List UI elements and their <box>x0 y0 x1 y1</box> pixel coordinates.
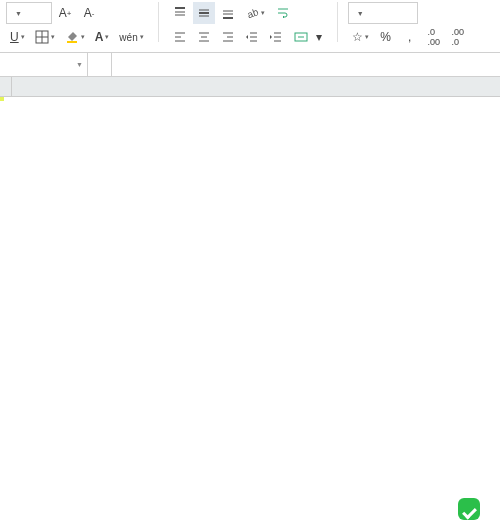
paint-bucket-icon <box>65 30 79 44</box>
svg-rect-3 <box>67 41 77 43</box>
active-cell-outline <box>0 97 4 101</box>
increase-indent-button[interactable] <box>265 26 287 48</box>
ribbon-group-number: ▼ ☆▾ % , .0.00 .00.0 <box>342 2 475 52</box>
increase-decimal-button[interactable]: .0.00 <box>423 26 445 48</box>
check-badge-icon <box>458 498 480 520</box>
align-right-button[interactable] <box>217 26 239 48</box>
ribbon: ▼ A+ A- U▾ ▾ ▾ A <box>0 0 500 53</box>
wrap-text-button[interactable] <box>271 2 299 24</box>
formula-bar: ▼ <box>0 53 500 77</box>
font-size-combo[interactable]: ▼ <box>6 2 52 24</box>
separator <box>158 2 159 42</box>
fx-button[interactable] <box>88 53 112 76</box>
svg-text:ab: ab <box>245 6 258 20</box>
currency-button[interactable]: ☆▾ <box>348 26 373 48</box>
orientation-button[interactable]: ab▾ <box>241 2 269 24</box>
decrease-decimal-button[interactable]: .00.0 <box>447 26 469 48</box>
watermark <box>450 494 494 524</box>
name-box[interactable]: ▼ <box>0 53 88 76</box>
comma-button[interactable]: , <box>399 26 421 48</box>
phonetic-button[interactable]: wén▾ <box>115 26 147 48</box>
align-top-button[interactable] <box>169 2 191 24</box>
align-bottom-button[interactable] <box>217 2 239 24</box>
align-left-button[interactable] <box>169 26 191 48</box>
ribbon-group-alignment: ab▾ ▾ <box>163 2 333 52</box>
decrease-font-button[interactable]: A- <box>78 2 100 24</box>
select-all-corner[interactable] <box>0 77 12 96</box>
chevron-down-icon: ▾ <box>316 30 322 44</box>
decrease-indent-button[interactable] <box>241 26 263 48</box>
ribbon-group-font: ▼ A+ A- U▾ ▾ ▾ A <box>0 2 154 52</box>
separator <box>337 2 338 42</box>
chevron-down-icon: ▼ <box>357 10 364 17</box>
percent-button[interactable]: % <box>375 26 397 48</box>
chevron-down-icon: ▼ <box>15 10 22 17</box>
chevron-down-icon: ▼ <box>76 61 83 68</box>
number-format-combo[interactable]: ▼ <box>348 2 418 24</box>
wrap-icon <box>276 6 290 20</box>
merge-center-button[interactable]: ▾ <box>289 26 327 48</box>
underline-button[interactable]: U▾ <box>6 26 29 48</box>
increase-font-button[interactable]: A+ <box>54 2 76 24</box>
align-middle-button[interactable] <box>193 2 215 24</box>
border-icon <box>35 30 49 44</box>
merge-icon <box>294 30 308 44</box>
align-center-button[interactable] <box>193 26 215 48</box>
font-color-button[interactable]: A ▾ <box>91 26 114 48</box>
column-headers <box>0 77 500 97</box>
spreadsheet-grid[interactable] <box>0 77 500 507</box>
fill-color-button[interactable]: ▾ <box>61 26 89 48</box>
borders-button[interactable]: ▾ <box>31 26 59 48</box>
